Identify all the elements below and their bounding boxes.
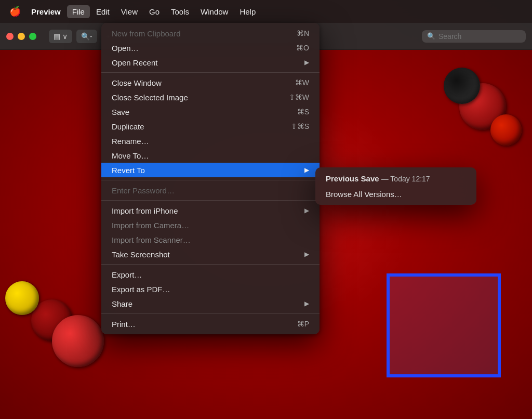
menu-item-label: Import from iPhone	[112, 206, 178, 215]
menu-item-close-selected-image[interactable]: Close Selected Image ⇧⌘W	[101, 90, 320, 104]
menu-item-label: Rename…	[112, 137, 149, 146]
menu-item-label: Save	[112, 108, 129, 116]
apple-menu[interactable]: 🍎	[4, 6, 26, 17]
menu-shortcut: ⇧⌘W	[289, 93, 309, 101]
menu-item-new-from-clipboard[interactable]: New from Clipboard ⌘N	[101, 26, 320, 41]
ball-6	[5, 281, 39, 315]
submenu-arrow-icon: ▶	[304, 59, 309, 66]
revert-to-submenu: Previous Save — Today 12:17 Browse All V…	[315, 167, 476, 205]
maximize-button[interactable]	[29, 33, 36, 40]
menu-item-close-window[interactable]: Close Window ⌘W	[101, 75, 320, 90]
menu-item-import-scanner[interactable]: Import from Scanner…	[101, 232, 320, 247]
menu-separator-4	[101, 264, 320, 265]
sidebar-toggle-chevron: ∨	[62, 32, 68, 41]
previous-save-time: — Today 12:17	[381, 175, 430, 183]
menubar-item-file[interactable]: File	[67, 5, 90, 18]
menu-item-export[interactable]: Export…	[101, 267, 320, 282]
submenu-arrow-icon: ▶	[304, 207, 309, 214]
menu-item-export-pdf[interactable]: Export as PDF…	[101, 282, 320, 296]
close-button[interactable]	[6, 33, 14, 40]
submenu-item-browse-all-versions[interactable]: Browse All Versions…	[315, 186, 476, 202]
menu-item-label: Take Screenshot	[112, 250, 170, 259]
menu-shortcut: ⌘P	[297, 320, 309, 328]
menu-item-share[interactable]: Share ▶	[101, 296, 320, 311]
submenu-arrow-icon: ▶	[304, 251, 309, 258]
zoom-out-button[interactable]: 🔍-	[76, 30, 97, 43]
menu-shortcut: ⌘N	[297, 29, 309, 37]
submenu-arrow-icon: ▶	[304, 300, 309, 307]
menu-shortcut: ⌘S	[297, 108, 309, 116]
menu-item-save[interactable]: Save ⌘S	[101, 104, 320, 119]
menu-item-label: Enter Password…	[112, 186, 175, 195]
menubar-item-help[interactable]: Help	[234, 5, 261, 18]
menu-item-label: Close Selected Image	[112, 93, 188, 102]
ball-2	[444, 68, 480, 104]
submenu-item-previous-save[interactable]: Previous Save — Today 12:17	[315, 171, 476, 186]
menu-item-take-screenshot[interactable]: Take Screenshot ▶	[101, 247, 320, 261]
minimize-button[interactable]	[18, 33, 25, 40]
menubar-item-tools[interactable]: Tools	[166, 5, 194, 18]
search-bar[interactable]: 🔍	[422, 30, 526, 43]
file-menu-dropdown: New from Clipboard ⌘N Open… ⌘O Open Rece…	[101, 23, 320, 334]
search-input[interactable]	[438, 32, 521, 41]
menu-item-label: Export as PDF…	[112, 285, 170, 294]
previous-save-label: Previous Save	[326, 174, 379, 183]
search-icon: 🔍	[427, 32, 435, 40]
menu-item-label: Duplicate	[112, 122, 144, 131]
ball-5	[52, 315, 104, 367]
submenu-arrow-icon: ▶	[304, 166, 309, 174]
menu-shortcut: ⌘W	[295, 78, 309, 87]
menubar: 🍎 Preview File Edit View Go Tools Window…	[0, 0, 532, 23]
menu-item-label: Close Window	[112, 78, 162, 87]
menu-item-label: Move To…	[112, 151, 149, 160]
menu-item-enter-password[interactable]: Enter Password…	[101, 183, 320, 198]
menu-item-label: Share	[112, 299, 132, 308]
menu-item-label: New from Clipboard	[112, 29, 181, 38]
menu-item-label: Export…	[112, 270, 142, 279]
menu-item-label: Import from Scanner…	[112, 235, 191, 244]
menubar-items: Preview File Edit View Go Tools Window H…	[26, 5, 261, 18]
menubar-item-preview[interactable]: Preview	[26, 5, 66, 18]
sidebar-toggle-button[interactable]: ▤ ∨	[49, 30, 72, 43]
blue-rectangle	[387, 273, 501, 377]
menu-item-label: Import from Camera…	[112, 221, 189, 230]
menu-item-import-iphone[interactable]: Import from iPhone ▶	[101, 203, 320, 218]
menu-item-label: Open Recent	[112, 58, 157, 67]
menu-separator-1	[101, 72, 320, 73]
menu-shortcut: ⇧⌘S	[291, 122, 309, 130]
menu-item-import-camera[interactable]: Import from Camera…	[101, 218, 320, 232]
sidebar-icon: ▤	[54, 32, 60, 41]
menu-item-label: Revert To	[112, 166, 145, 175]
menu-item-open-recent[interactable]: Open Recent ▶	[101, 55, 320, 70]
menubar-item-go[interactable]: Go	[144, 5, 165, 18]
zoom-out-icon: 🔍-	[81, 32, 92, 41]
menu-item-open[interactable]: Open… ⌘O	[101, 41, 320, 55]
menubar-item-view[interactable]: View	[116, 5, 143, 18]
menu-item-label: Open…	[112, 44, 139, 53]
ball-3	[490, 114, 522, 146]
menu-separator-2	[101, 180, 320, 180]
browse-versions-label: Browse All Versions…	[326, 190, 402, 199]
menu-item-print[interactable]: Print… ⌘P	[101, 317, 320, 331]
menu-separator-3	[101, 200, 320, 201]
menu-item-move-to[interactable]: Move To…	[101, 148, 320, 163]
menu-item-label: Print…	[112, 320, 136, 329]
submenu-item-label: Previous Save — Today 12:17	[326, 174, 430, 183]
menu-separator-5	[101, 313, 320, 314]
menu-item-duplicate[interactable]: Duplicate ⇧⌘S	[101, 119, 320, 134]
menu-item-rename[interactable]: Rename…	[101, 134, 320, 148]
menubar-item-edit[interactable]: Edit	[91, 5, 115, 18]
menubar-item-window[interactable]: Window	[195, 5, 233, 18]
traffic-lights	[6, 33, 36, 40]
menu-shortcut: ⌘O	[296, 44, 309, 52]
menu-item-revert-to[interactable]: Revert To ▶	[101, 163, 320, 177]
